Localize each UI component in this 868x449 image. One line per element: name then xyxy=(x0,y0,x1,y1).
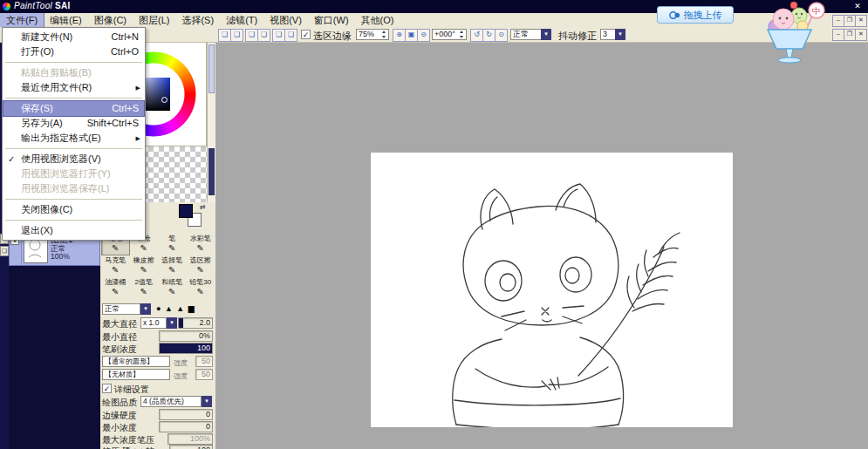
brush-marker[interactable]: 马克笔✎ xyxy=(101,255,130,277)
dropdown-arrow-icon[interactable]: ▼ xyxy=(202,396,212,407)
menu-others[interactable]: 其他(O) xyxy=(355,13,400,28)
rotate-ccw-button[interactable]: ↺ xyxy=(470,29,483,42)
stabilizer-dropdown-arrow-icon[interactable]: ▼ xyxy=(615,29,625,40)
file-menu-item-open[interactable]: 打开(O)Ctrl+O xyxy=(3,44,144,59)
density-slider[interactable]: 100 xyxy=(159,343,213,354)
menu-separator xyxy=(5,220,142,221)
file-menu-item-close-image[interactable]: 关闭图像(C) xyxy=(3,202,144,217)
brush-label: 铅笔30 xyxy=(188,278,215,287)
edge-hardness-value: 0 xyxy=(206,410,210,419)
brush-select-pen[interactable]: 选择笔✎ xyxy=(158,255,187,277)
brush-label: 2值笔 xyxy=(131,278,158,287)
brush-label: 笔 xyxy=(159,235,186,243)
new-view-button[interactable]: ❏ xyxy=(218,29,231,42)
reset-view-button[interactable]: ❏ xyxy=(284,29,297,42)
checkmark-icon: ✓ xyxy=(8,152,15,167)
pencil-icon: ✎ xyxy=(102,265,129,276)
drag-upload-button[interactable]: 拖拽上传 xyxy=(657,6,734,24)
close-view-button[interactable]: ❏ xyxy=(230,29,243,42)
file-menu-item-recent-files[interactable]: 最近使用文件(R)▶ xyxy=(3,80,144,95)
doc-restore-button[interactable]: ❐ xyxy=(844,15,856,27)
quality-dropdown[interactable]: 4 (品质优先) xyxy=(140,396,202,407)
scrollbar-thumb[interactable] xyxy=(208,44,215,93)
edge-hardness-slider[interactable]: 0 xyxy=(159,409,213,420)
brush-pen[interactable]: 笔✎ xyxy=(158,234,187,255)
file-menu-item-new[interactable]: 新建文件(N)Ctrl+N xyxy=(3,30,144,44)
mini-page-button[interactable]: ❏ xyxy=(0,246,9,256)
min-density-slider[interactable]: 0 xyxy=(159,421,213,432)
blend-mode-dropdown-arrow-icon[interactable]: ▼ xyxy=(541,29,551,40)
angle-spinbox[interactable]: +000° xyxy=(432,29,467,40)
zoom-in-button[interactable]: ⊕ xyxy=(393,29,406,42)
canvas-sheet[interactable] xyxy=(371,153,733,427)
max-diameter-slider[interactable]: 2.0 xyxy=(178,317,213,329)
spinner-arrows-icon[interactable] xyxy=(381,31,387,38)
zoom-fit-button[interactable]: ▣ xyxy=(405,29,418,42)
view-close-button[interactable]: ✕ xyxy=(855,29,867,41)
blend-mode-dropdown[interactable]: 正常 xyxy=(510,29,542,40)
rotate-reset-button[interactable]: ⊙ xyxy=(495,29,508,42)
menu-image[interactable]: 图像(C) xyxy=(88,13,133,28)
advanced-settings-checkbox[interactable]: ✓ xyxy=(102,384,112,393)
brush-shape-dropdown[interactable]: 【通常的圆形】 xyxy=(102,356,170,367)
menu-window[interactable]: 窗口(W) xyxy=(308,13,355,28)
density-value: 100 xyxy=(197,344,210,353)
min-diameter-slider[interactable]: 0% xyxy=(159,330,213,342)
flip-view-button[interactable]: ❏ xyxy=(272,29,285,42)
brush-pencil30[interactable]: 铅笔30✎ xyxy=(187,277,215,299)
selection-edge-label: 选区边缘 xyxy=(313,30,352,43)
max-density-pressure-slider[interactable]: 100% xyxy=(167,433,213,445)
zoom-spinbox[interactable]: 75% xyxy=(356,29,389,40)
file-menu-item-exit[interactable]: 退出(X) xyxy=(3,223,144,238)
view-restore-button[interactable]: ❐ xyxy=(844,29,856,41)
min-density-row: 最小浓度 0 xyxy=(102,421,214,433)
window-close-button[interactable]: ✕ xyxy=(851,1,864,11)
dropdown-arrow-icon[interactable]: ▼ xyxy=(140,303,151,315)
zoom-out-button[interactable]: ⊖ xyxy=(417,29,430,42)
pressure-slider[interactable]: 100 xyxy=(169,445,213,449)
file-menu-item-use-viewer[interactable]: ✓使用视图浏览器(V) xyxy=(3,152,144,167)
stabilizer-label: 抖动修正 xyxy=(558,30,597,43)
brush-shape-row: 【通常的圆形】 强度 50 xyxy=(102,356,214,368)
texture-strength-value[interactable]: 50 xyxy=(195,369,213,380)
menu-view[interactable]: 视图(V) xyxy=(263,13,308,28)
brush-watercolor[interactable]: 水彩笔✎ xyxy=(187,234,215,255)
file-menu-item-save[interactable]: 保存(S)Ctrl+S xyxy=(3,101,144,116)
menu-layer[interactable]: 图层(L) xyxy=(133,13,175,28)
brush-bucket[interactable]: 油漆桶✎ xyxy=(101,277,130,299)
brush-washi[interactable]: 和纸笔✎ xyxy=(158,277,187,299)
diameter-multiplier-dropdown[interactable]: x 1.0 xyxy=(140,317,167,329)
menu-item-shortcut: Ctrl+O xyxy=(111,44,139,59)
dropdown-arrow-icon[interactable]: ▼ xyxy=(167,317,177,329)
doc-close-button[interactable]: ✕ xyxy=(855,15,867,27)
menu-item-label: 使用视图浏览器(V) xyxy=(21,152,101,167)
panel-scrollbar[interactable] xyxy=(207,42,215,202)
prev-image-button[interactable]: ❏ xyxy=(245,29,258,42)
menu-file[interactable]: 文件(F) xyxy=(0,13,44,28)
brush-tip-shapes-icon[interactable]: ● ▲ ▲ ▆ xyxy=(156,304,195,313)
app-logo-icon xyxy=(3,3,10,10)
file-menu-item-save-as[interactable]: 另存为(A)Shift+Ctrl+S xyxy=(3,116,144,131)
brush-shape-strength-value[interactable]: 50 xyxy=(195,356,213,367)
selection-edge-checkbox[interactable]: ✓ xyxy=(301,30,311,39)
menu-filter[interactable]: 滤镜(T) xyxy=(220,13,263,28)
file-menu-item-export-format[interactable]: 输出为指定格式(E)▶ xyxy=(3,131,144,146)
rotate-cw-button[interactable]: ↻ xyxy=(482,29,496,42)
next-image-button[interactable]: ❏ xyxy=(257,29,270,42)
brush-binary-pen[interactable]: 2值笔✎ xyxy=(130,277,159,299)
color-selector-icon[interactable] xyxy=(161,97,167,103)
stabilizer-dropdown[interactable]: 3 xyxy=(600,29,616,40)
texture-dropdown[interactable]: 【无材质】 xyxy=(102,369,170,380)
menu-item-label: 用视图浏览器打开(Y) xyxy=(21,167,111,181)
foreground-color-swatch[interactable] xyxy=(179,204,193,218)
submenu-arrow-icon: ▶ xyxy=(136,131,140,146)
spinner-arrows-icon[interactable] xyxy=(459,31,465,38)
scrollbar-thumb[interactable] xyxy=(208,148,215,195)
swap-colors-icon[interactable]: ⇄ xyxy=(200,203,206,211)
menu-edit[interactable]: 编辑(E) xyxy=(44,13,88,28)
brush-eraser[interactable]: 橡皮擦✎ xyxy=(130,255,159,277)
pencil-icon: ✎ xyxy=(159,243,186,254)
menu-select[interactable]: 选择(S) xyxy=(175,13,220,28)
brush-mode-dropdown[interactable]: 正常 xyxy=(102,303,140,315)
brush-select-eraser[interactable]: 选区擦✎ xyxy=(187,255,215,277)
